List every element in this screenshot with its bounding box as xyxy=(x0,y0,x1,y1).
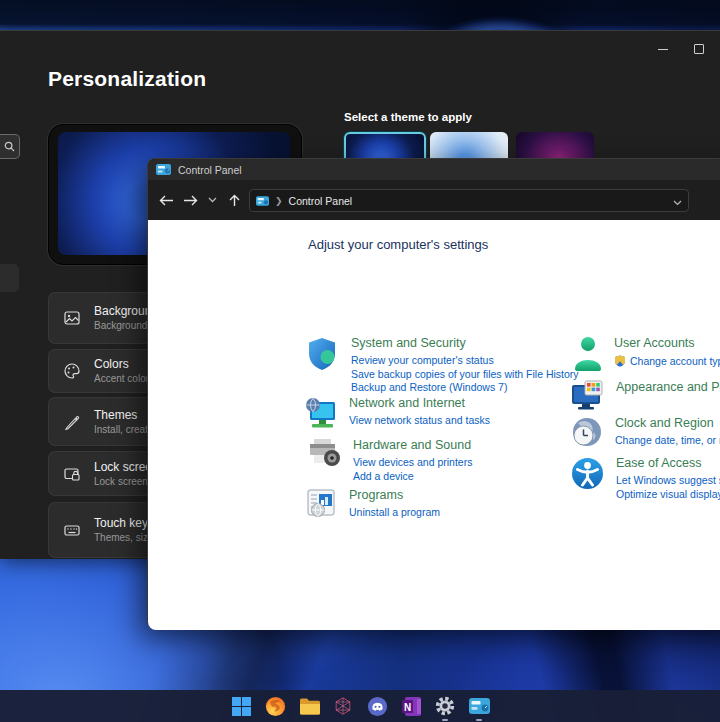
task-link[interactable]: Save backup copies of your files with Fi… xyxy=(351,368,579,381)
category-link[interactable]: Appearance and Personalization xyxy=(616,380,720,395)
up-button[interactable] xyxy=(222,188,246,212)
gear-icon xyxy=(434,695,456,717)
sidebar-item-sublabel: Install, create xyxy=(94,424,153,436)
lock-screen-icon xyxy=(63,465,81,483)
task-link[interactable]: Review your computer's status xyxy=(351,354,579,367)
up-arrow-icon xyxy=(229,194,240,207)
task-link[interactable]: Optimize visual display xyxy=(616,488,720,501)
image-icon xyxy=(63,309,81,327)
category-link[interactable]: Programs xyxy=(349,488,440,503)
category-programs: Programs Uninstall a program xyxy=(306,488,440,519)
firefox-icon xyxy=(265,696,286,717)
task-link[interactable]: Backup and Restore (Windows 7) xyxy=(351,381,579,394)
control-panel-titlebar[interactable]: Control Panel xyxy=(148,159,720,180)
settings-taskbar-button[interactable] xyxy=(434,695,456,717)
taskbar: N xyxy=(0,690,720,722)
pencil-icon xyxy=(63,413,81,431)
forward-arrow-icon xyxy=(183,195,198,206)
control-panel-icon xyxy=(256,196,269,206)
cp-heading: Adjust your computer's settings xyxy=(308,237,488,252)
category-hardware-and-sound: Hardware and Sound View devices and prin… xyxy=(306,438,472,482)
control-panel-icon xyxy=(469,698,490,714)
category-link[interactable]: System and Security xyxy=(351,336,579,351)
onenote-taskbar-button[interactable]: N xyxy=(400,695,422,717)
control-panel-navbar: ❯ Control Panel xyxy=(148,180,720,220)
task-link[interactable]: Uninstall a program xyxy=(349,506,440,519)
folder-icon xyxy=(299,698,320,715)
breadcrumb: Control Panel xyxy=(289,195,353,207)
category-link[interactable]: Ease of Access xyxy=(616,456,720,471)
nav-item-partial[interactable] xyxy=(0,264,19,292)
search-input[interactable] xyxy=(0,134,20,159)
recent-pages-button[interactable] xyxy=(202,188,222,212)
category-link[interactable]: Clock and Region xyxy=(615,416,720,431)
address-bar[interactable]: ❯ Control Panel xyxy=(249,189,689,212)
category-network-and-internet: Network and Internet View network status… xyxy=(304,396,490,430)
control-panel-content: Adjust your computer's settings System a… xyxy=(148,220,720,630)
clock-globe-icon xyxy=(570,416,604,450)
window-title: Control Panel xyxy=(178,164,242,176)
theme-section-label: Select a theme to apply xyxy=(344,111,472,123)
svg-text:N: N xyxy=(404,701,411,712)
category-link[interactable]: User Accounts xyxy=(614,336,720,351)
back-arrow-icon xyxy=(159,195,174,206)
running-indicator xyxy=(476,719,482,722)
start-button[interactable] xyxy=(230,695,252,717)
uac-shield-icon xyxy=(614,355,626,367)
programs-icon xyxy=(306,488,338,518)
back-button[interactable] xyxy=(154,188,178,212)
firefox-taskbar-button[interactable] xyxy=(264,695,286,717)
task-link[interactable]: Change date, time, or number formats xyxy=(615,434,720,447)
task-link[interactable]: View network status and tasks xyxy=(349,414,490,427)
ease-of-access-icon xyxy=(570,456,605,491)
category-link[interactable]: Network and Internet xyxy=(349,396,490,411)
shield-icon xyxy=(306,336,340,372)
control-panel-icon xyxy=(156,164,171,175)
sidebar-item-label: Colors xyxy=(94,357,151,371)
user-icon xyxy=(573,336,603,372)
task-link[interactable]: View devices and printers xyxy=(353,456,472,469)
keyboard-icon xyxy=(63,521,81,539)
forward-button[interactable] xyxy=(178,188,202,212)
discord-taskbar-button[interactable] xyxy=(366,695,388,717)
sidebar-item-label: Themes xyxy=(94,408,153,422)
palette-icon xyxy=(63,362,81,380)
maximize-button[interactable] xyxy=(684,39,714,59)
sidebar-item-label: Touch keyb xyxy=(94,516,155,530)
category-system-and-security: System and Security Review your computer… xyxy=(306,336,579,394)
task-link[interactable]: Let Windows suggest settings xyxy=(616,474,720,487)
onenote-icon: N xyxy=(402,697,421,716)
minimize-icon xyxy=(658,49,668,50)
category-clock-and-region: Clock and Region Change date, time, or n… xyxy=(570,416,720,450)
printer-icon xyxy=(306,438,342,468)
task-link[interactable]: Add a device xyxy=(353,470,472,483)
task-link[interactable]: Change account type xyxy=(630,355,720,368)
file-explorer-taskbar-button[interactable] xyxy=(298,695,320,717)
category-ease-of-access: Ease of Access Let Windows suggest setti… xyxy=(570,456,720,500)
appearance-icon xyxy=(571,380,605,412)
control-panel-taskbar-button[interactable] xyxy=(468,695,490,717)
3d-wireframe-app-taskbar-button[interactable] xyxy=(332,695,354,717)
category-link[interactable]: Hardware and Sound xyxy=(353,438,472,453)
breadcrumb-separator: ❯ xyxy=(275,196,283,206)
chevron-down-icon xyxy=(208,197,217,203)
windows-logo-icon xyxy=(232,697,251,716)
page-title: Personalization xyxy=(48,67,206,91)
sidebar-item-sublabel: Themes, size xyxy=(94,532,155,544)
discord-icon xyxy=(367,696,388,717)
category-appearance-personalization: Appearance and Personalization xyxy=(571,380,720,412)
sidebar-item-sublabel: Accent color, xyxy=(94,373,151,385)
maximize-icon xyxy=(694,44,704,54)
chevron-down-icon xyxy=(673,200,682,206)
minimize-button[interactable] xyxy=(648,39,678,59)
search-icon xyxy=(4,141,15,152)
network-icon xyxy=(304,396,338,430)
category-user-accounts: User Accounts Change account type xyxy=(573,336,720,372)
running-indicator xyxy=(442,719,448,722)
wireframe-polyhedron-icon xyxy=(333,696,353,716)
control-panel-window: Control Panel ❯ Control Panel xyxy=(147,158,720,629)
address-dropdown-button[interactable] xyxy=(673,192,682,210)
